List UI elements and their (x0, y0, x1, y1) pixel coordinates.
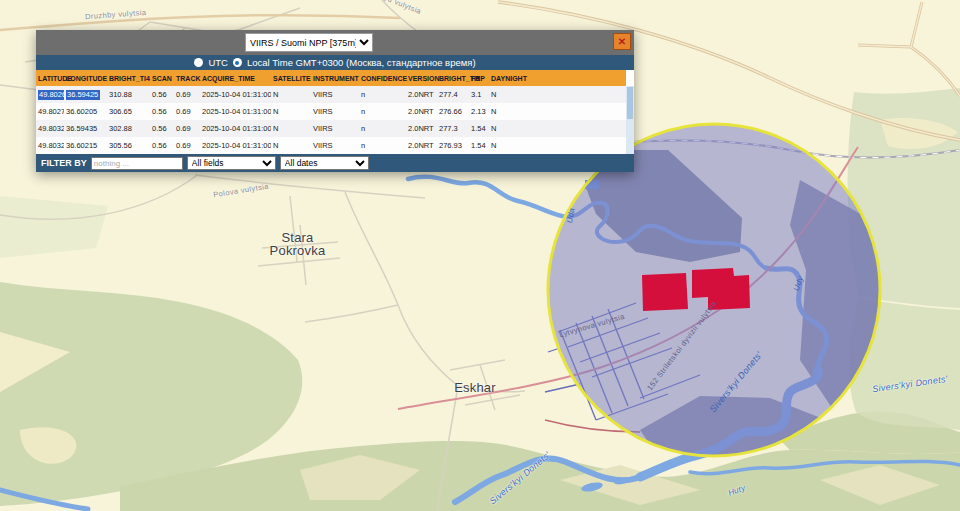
column-header[interactable]: TRACK (174, 70, 200, 86)
table-cell[interactable]: 0.56 (150, 86, 174, 103)
table-cell[interactable]: N (271, 103, 311, 120)
dialog-titlebar[interactable]: VIIRS / Suomi NPP [375m] ✕ (36, 30, 634, 55)
table-cell[interactable]: 2.0NRT (406, 120, 437, 137)
table-row[interactable]: 49.8027136.60205306.650.560.692025-10-04… (36, 103, 626, 120)
table-cell[interactable]: n (359, 103, 406, 120)
table-cell[interactable]: 277.4 (437, 86, 469, 103)
table-cell[interactable]: N (489, 86, 535, 103)
table-row[interactable]: 49.8032636.60215305.560.560.692025-10-04… (36, 137, 626, 154)
table-cell[interactable]: 302.88 (107, 120, 150, 137)
table-cell[interactable]: 36.59435 (64, 120, 107, 137)
column-header-filler (535, 70, 626, 86)
firms-data-dialog[interactable]: VIIRS / Suomi NPP [375m] ✕ UTC Local Tim… (36, 30, 634, 172)
table-cell[interactable]: 0.69 (174, 120, 200, 137)
table-cell[interactable]: 276.93 (437, 137, 469, 154)
column-header[interactable]: DAYNIGHT (489, 70, 535, 86)
table-cell[interactable]: 2025-10-04 01:31:00 (200, 137, 271, 154)
table-cell[interactable]: VIIRS (311, 86, 359, 103)
column-header[interactable]: ACQUIRE_TIME (200, 70, 271, 86)
table-cell[interactable]: 49.80326 (36, 137, 64, 154)
map-viewport[interactable]: Druzhby vulytsia yu vulytsia Polova vuly… (0, 0, 960, 511)
column-header[interactable]: BRIGHT_TI4 (107, 70, 150, 86)
column-header[interactable]: SATELLITE (271, 70, 311, 86)
utc-label[interactable]: UTC (208, 57, 228, 68)
column-header[interactable]: VERSION (406, 70, 437, 86)
table-cell[interactable]: 2.0NRT (406, 86, 437, 103)
filter-dates-select[interactable]: All dates (280, 156, 369, 170)
table-cell[interactable]: 0.56 (150, 103, 174, 120)
table-cell[interactable]: VIIRS (311, 120, 359, 137)
table-cell[interactable]: 310.88 (107, 86, 150, 103)
table-cell[interactable]: N (489, 137, 535, 154)
table-cell[interactable]: N (489, 120, 535, 137)
table-scrollbar[interactable] (626, 86, 634, 154)
column-header[interactable]: CONFIDENCE (359, 70, 406, 86)
local-time-label[interactable]: Local Time GMT+0300 (Москва, стандартное… (247, 57, 476, 68)
town-label-stara-pokrovka: Stara Pokrovka (250, 231, 345, 257)
table-cell[interactable]: N (489, 103, 535, 120)
table-cell-filler (535, 86, 626, 103)
table-cell[interactable]: 1.54 (469, 137, 489, 154)
table-cell-filler (535, 120, 626, 137)
table-cell[interactable]: 277.3 (437, 120, 469, 137)
filter-input[interactable] (91, 157, 183, 170)
table-cell[interactable]: 0.56 (150, 137, 174, 154)
table-cell[interactable]: 36.59425 (64, 86, 107, 103)
town-label-eskhar: Eskhar (440, 381, 510, 394)
table-row[interactable]: 49.8032736.59435302.880.560.692025-10-04… (36, 120, 626, 137)
table-cell[interactable]: 0.69 (174, 137, 200, 154)
time-toggle-bar: UTC Local Time GMT+0300 (Москва, стандар… (36, 55, 634, 70)
table-cell[interactable]: 2.0NRT (406, 103, 437, 120)
table-cell-filler (535, 103, 626, 120)
column-header[interactable]: LONGITUDE (64, 70, 107, 86)
table-cell[interactable]: N (271, 86, 311, 103)
detections-table: LATITUDELONGITUDEBRIGHT_TI4SCANTRACKACQU… (36, 70, 626, 154)
column-header[interactable]: FRP (469, 70, 489, 86)
table-row[interactable]: 49.8026836.59425310.880.560.692025-10-04… (36, 86, 626, 103)
table-cell[interactable]: 2025-10-04 01:31:00 (200, 86, 271, 103)
table-cell[interactable]: N (271, 137, 311, 154)
table-cell-filler (535, 137, 626, 154)
table-cell[interactable]: 49.80327 (36, 120, 64, 137)
table-cell[interactable]: n (359, 86, 406, 103)
table-cell[interactable]: 3.1 (469, 86, 489, 103)
scrollbar-thumb[interactable] (627, 87, 633, 119)
column-header[interactable]: SCAN (150, 70, 174, 86)
detections-table-wrap: LATITUDELONGITUDEBRIGHT_TI4SCANTRACKACQU… (36, 70, 634, 154)
column-header[interactable]: LATITUDE (36, 70, 64, 86)
table-cell[interactable]: 2.13 (469, 103, 489, 120)
table-cell[interactable]: 2.0NRT (406, 137, 437, 154)
table-cell[interactable]: 0.69 (174, 103, 200, 120)
table-cell[interactable]: 36.60205 (64, 103, 107, 120)
table-cell[interactable]: 36.60215 (64, 137, 107, 154)
table-cell[interactable]: 0.56 (150, 120, 174, 137)
table-cell[interactable]: 2025-10-04 01:31:00 (200, 103, 271, 120)
table-cell[interactable]: 1.54 (469, 120, 489, 137)
utc-radio[interactable] (194, 58, 203, 67)
table-cell[interactable]: VIIRS (311, 103, 359, 120)
table-cell[interactable]: n (359, 120, 406, 137)
fire-footprint-1[interactable] (642, 273, 688, 311)
table-cell[interactable]: 305.56 (107, 137, 150, 154)
table-cell[interactable]: n (359, 137, 406, 154)
column-header[interactable]: BRIGHT_TI5 (437, 70, 469, 86)
filter-fields-select[interactable]: All fields (187, 156, 276, 170)
table-cell[interactable]: 49.80268 (36, 86, 64, 103)
table-cell[interactable]: 306.65 (107, 103, 150, 120)
filter-bar: FILTER BY All fields All dates (36, 154, 634, 172)
local-time-radio[interactable] (233, 58, 242, 67)
table-cell[interactable]: N (271, 120, 311, 137)
table-cell[interactable]: 0.69 (174, 86, 200, 103)
table-header-row: LATITUDELONGITUDEBRIGHT_TI4SCANTRACKACQU… (36, 70, 626, 86)
table-cell[interactable]: VIIRS (311, 137, 359, 154)
table-cell[interactable]: 276.66 (437, 103, 469, 120)
close-button[interactable]: ✕ (613, 33, 631, 50)
column-header[interactable]: INSTRUMENT (311, 70, 359, 86)
table-cell[interactable]: 2025-10-04 01:31:00 (200, 120, 271, 137)
table-cell[interactable]: 49.80271 (36, 103, 64, 120)
filter-by-label: FILTER BY (41, 158, 87, 168)
dataset-select[interactable]: VIIRS / Suomi NPP [375m] (245, 33, 373, 52)
